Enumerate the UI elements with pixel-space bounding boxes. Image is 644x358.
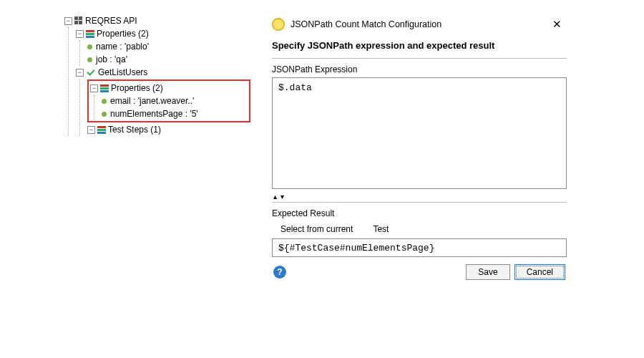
close-button[interactable]: ✕ [547,17,567,32]
dialog-titlebar: JSONPath Count Match Configuration ✕ [272,16,567,37]
bullet-icon [87,44,92,49]
select-from-current-link[interactable]: Select from current [280,224,353,234]
tree-label: Test Steps (1) [108,123,161,136]
save-button[interactable]: Save [466,264,509,280]
resize-grip-icon[interactable]: ▴ ▾ [272,191,567,202]
properties-icon [100,84,109,92]
properties-icon [86,30,94,38]
jsonpath-config-dialog: JSONPath Count Match Configuration ✕ Spe… [272,16,567,280]
cancel-button[interactable]: Cancel [514,264,565,280]
tree-label: GetListUsers [98,66,147,79]
tree-label: job : 'qa' [96,53,127,66]
help-icon[interactable]: ? [273,266,286,279]
jsonpath-expression-input[interactable] [272,77,567,189]
expected-result-input[interactable] [272,238,567,257]
dialog-title: JSONPath Count Match Configuration [291,19,441,29]
tree-label: Properties (2) [111,82,163,95]
tree-label: Properties (2) [97,27,149,40]
tree-label: REQRES API [85,14,137,27]
highlighted-properties-group: − Properties (2) email : 'janet.weaver..… [87,79,250,122]
collapse-icon[interactable]: − [87,126,95,134]
collapse-icon[interactable]: − [90,84,98,92]
bullet-icon [102,99,107,104]
divider [272,58,567,59]
divider [272,202,567,203]
jsonpath-label: JSONPath Expression [272,64,567,74]
tree-node-teststeps[interactable]: − Test Steps (1) [87,123,250,136]
tree-node-property[interactable]: name : 'pablo' [87,40,250,53]
collapse-icon[interactable]: − [76,69,84,77]
expected-result-label: Expected Result [272,208,567,218]
tree-node-properties[interactable]: − Properties (2) [76,27,250,40]
collapse-icon[interactable]: − [76,30,84,38]
tree-node-property[interactable]: job : 'qa' [87,53,250,66]
project-tree: − REQRES API − Properties (2) name : 'pa… [64,14,250,136]
tree-node-property[interactable]: email : 'janet.weaver..' [102,95,248,107]
project-icon [74,16,83,25]
tree-label: email : 'janet.weaver..' [110,95,194,107]
tree-node-root[interactable]: − REQRES API [64,14,250,27]
dialog-heading: Specify JSONPath expression and expected… [272,37,567,58]
assertion-icon [272,18,285,31]
bullet-icon [102,112,107,117]
tree-label: name : 'pablo' [96,40,149,53]
test-link[interactable]: Test [373,224,389,234]
steps-icon [97,126,106,134]
collapse-icon[interactable]: − [64,17,72,25]
tree-node-getlistusers[interactable]: − GetListUsers [76,66,250,79]
tree-node-properties-inner[interactable]: − Properties (2) [90,82,248,95]
bullet-icon [87,57,92,62]
tree-label: numElementsPage : '5' [110,107,198,120]
checkmark-icon [86,68,96,77]
tree-node-property[interactable]: numElementsPage : '5' [102,107,248,120]
